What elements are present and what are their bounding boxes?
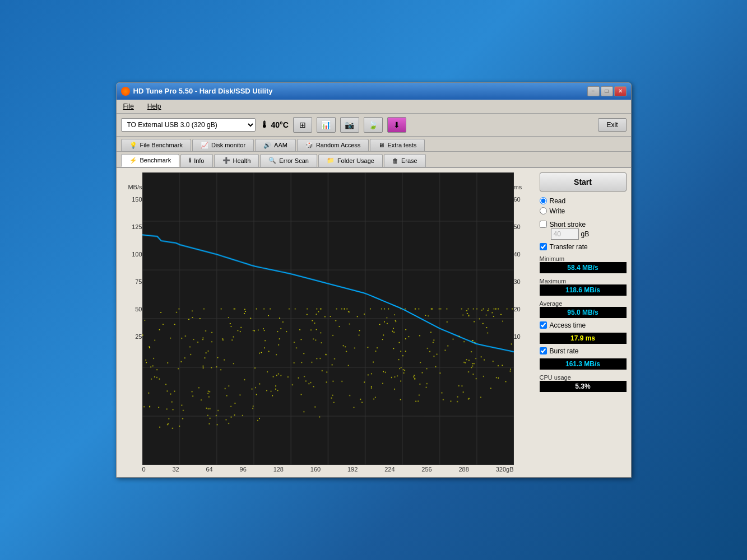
access-time-value: 17.9 ms [540,333,627,344]
maximum-label: Maximum [540,278,627,284]
burst-rate-checkbox[interactable] [540,347,547,354]
title-bar: HD Tune Pro 5.50 - Hard Disk/SSD Utility… [117,83,631,100]
drive-select[interactable]: TO External USB 3.0 (320 gB) [121,118,256,132]
y-axis-left: MB/s 150 125 100 75 50 25 [121,172,142,340]
toolbar-btn-leaf[interactable]: 🍃 [364,117,383,133]
title-bar-buttons: − □ ✕ [587,86,627,96]
toolbar: TO External USB 3.0 (320 gB) 🌡 40°C ⊞ 📊 … [117,114,631,137]
cpu-usage-label: CPU usage [540,374,627,381]
error-scan-icon: 🔍 [268,157,276,164]
burst-rate-section: 161.3 MB/s [540,358,627,370]
access-time-checkbox-label[interactable]: Access time [540,321,627,329]
window-title: HD Tune Pro 5.50 - Hard Disk/SSD Utility [133,87,273,95]
info-icon: ℹ [189,157,191,164]
y-right-unit: ms [514,184,522,190]
tab-aam[interactable]: 🔊 AAM [255,139,296,151]
short-stroke-checkbox-label[interactable]: Short stroke [540,221,627,228]
access-time-checkbox[interactable] [540,321,547,329]
menu-file[interactable]: File [121,101,136,111]
read-option[interactable]: Read [540,197,627,205]
tab-extra-tests[interactable]: 🖥 Extra tests [370,139,425,151]
maximize-button[interactable]: □ [601,86,613,96]
read-radio[interactable] [540,197,547,204]
start-button[interactable]: Start [540,172,627,192]
tabs-top: 💡 File Benchmark 📈 Disk monitor 🔊 AAM 🎲 … [117,137,631,152]
y-left-unit: MB/s [128,184,142,190]
short-stroke-input[interactable] [551,228,579,240]
tab-folder-usage[interactable]: 📁 Folder Usage [318,154,383,167]
title-bar-left: HD Tune Pro 5.50 - Hard Disk/SSD Utility [121,87,273,96]
file-benchmark-icon: 💡 [129,142,137,149]
cpu-usage-value: 5.3% [540,381,627,392]
main-content: MB/s 150 125 100 75 50 25 0 32 64 96 128 [117,168,631,477]
tab-erase[interactable]: 🗑 Erase [384,154,426,167]
tab-error-scan[interactable]: 🔍 Error Scan [260,154,317,167]
average-label: Average [540,300,627,307]
tabs-bottom: ⚡ Benchmark ℹ Info ➕ Health 🔍 Error Scan… [117,152,631,168]
benchmark-icon: ⚡ [129,157,137,164]
erase-icon: 🗑 [392,157,398,164]
transfer-rate-checkbox-label[interactable]: Transfer rate [540,243,627,251]
minimum-value: 58.4 MB/s [540,262,627,273]
tab-info[interactable]: ℹ Info [180,154,212,167]
toolbar-btn-download[interactable]: ⬇ [387,117,406,133]
burst-rate-value: 161.3 MB/s [540,358,627,370]
y-axis-right: ms 60 50 40 30 20 10 [514,172,534,340]
minimize-button[interactable]: − [587,86,600,96]
tab-disk-monitor[interactable]: 📈 Disk monitor [192,139,254,151]
menu-help[interactable]: Help [145,101,164,111]
exit-button[interactable]: Exit [598,118,626,132]
random-access-icon: 🎲 [305,142,313,149]
burst-rate-checkbox-label[interactable]: Burst rate [540,347,627,355]
benchmark-chart [142,172,514,465]
close-button[interactable]: ✕ [614,86,627,96]
folder-usage-icon: 📁 [327,157,335,164]
x-axis-labels: 0 32 64 96 128 160 192 224 256 288 320gB [142,465,514,473]
disk-monitor-icon: 📈 [201,142,208,149]
short-stroke-section: Short stroke gB [540,221,627,240]
short-stroke-checkbox[interactable] [540,221,547,228]
average-section: Average 95.0 MB/s [540,299,627,318]
cpu-usage-section: CPU usage 5.3% [540,373,627,392]
average-value: 95.0 MB/s [540,307,627,318]
toolbar-btn-camera[interactable]: 📷 [340,117,359,133]
read-write-options: Read Write [540,195,627,217]
health-icon: ➕ [222,157,230,164]
maximum-section: Maximum 118.6 MB/s [540,277,627,296]
short-stroke-input-row: gB [540,228,627,240]
toolbar-btn-1[interactable]: ⊞ [293,117,312,133]
tab-health[interactable]: ➕ Health [214,154,259,167]
toolbar-btn-2[interactable]: 📊 [317,117,336,133]
aam-icon: 🔊 [263,142,271,149]
chart-wrapper: MB/s 150 125 100 75 50 25 0 32 64 96 128 [121,172,534,473]
chart-column: 0 32 64 96 128 160 192 224 256 288 320gB [142,172,514,473]
write-radio[interactable] [540,207,547,214]
main-window: HD Tune Pro 5.50 - Hard Disk/SSD Utility… [116,82,632,478]
minimum-label: Minimum [540,255,627,262]
thermometer-icon: 🌡 [260,120,269,130]
transfer-rate-checkbox[interactable] [540,243,547,250]
temperature-value: 40°C [271,120,289,129]
app-icon [121,87,130,96]
menu-bar: File Help [117,100,631,114]
temperature-display: 🌡 40°C [260,120,289,130]
access-time-section: 17.9 ms [540,333,627,344]
extra-tests-icon: 🖥 [378,142,384,148]
side-panel: Start Read Write Short stroke [540,172,627,473]
maximum-value: 118.6 MB/s [540,284,627,296]
write-option[interactable]: Write [540,207,627,215]
tab-benchmark[interactable]: ⚡ Benchmark [121,154,180,167]
minimum-section: Minimum 58.4 MB/s [540,254,627,273]
tab-file-benchmark[interactable]: 💡 File Benchmark [121,139,191,151]
short-stroke-unit: gB [581,230,590,238]
tab-random-access[interactable]: 🎲 Random Access [297,139,369,151]
